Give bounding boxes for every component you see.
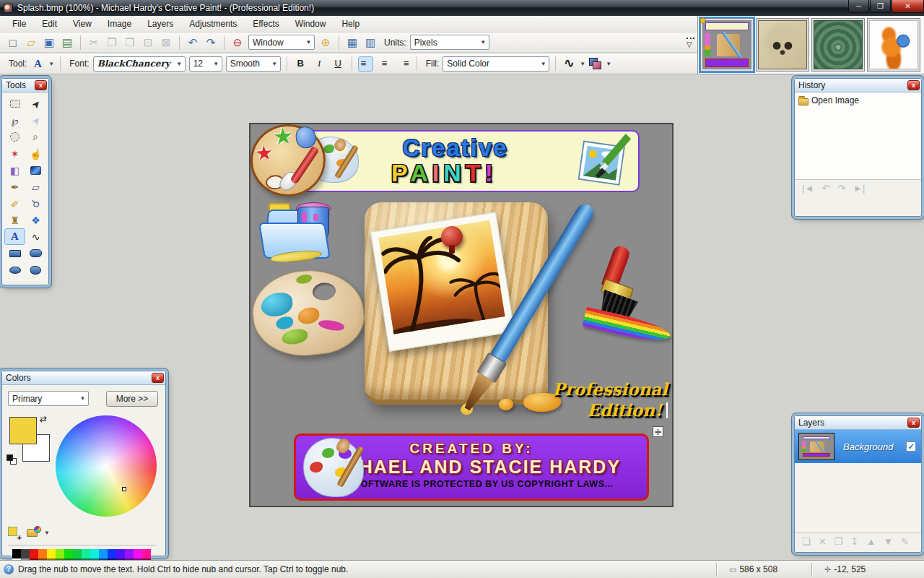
tool-line-curve-tool[interactable]: ∿	[25, 228, 46, 245]
fill-dropdown[interactable]: Solid Color ▼	[443, 56, 549, 72]
menu-adjustments[interactable]: Adjustments	[181, 17, 245, 31]
color-swatch[interactable]	[73, 549, 82, 558]
document-thumbnail-splash[interactable]: ★	[700, 18, 754, 72]
current-tool-icon[interactable]: A	[30, 56, 45, 71]
tool-ellipse-shape[interactable]	[4, 262, 25, 278]
creative-title[interactable]: Creative	[294, 134, 616, 162]
tool-lasso-select[interactable]: ℘	[4, 112, 25, 129]
undo-icon[interactable]: ↶	[186, 35, 200, 50]
delete-layer-icon[interactable]: ✕	[819, 536, 827, 547]
italic-button[interactable]: I	[312, 56, 327, 72]
menu-file[interactable]: File	[4, 17, 34, 31]
move-layer-down-icon[interactable]: ▼	[884, 536, 893, 547]
layer-row-background[interactable]: Background ✓	[795, 430, 921, 463]
color-swatch[interactable]	[47, 549, 56, 558]
align-right-button[interactable]: ≡	[396, 56, 411, 72]
colors-palette-title[interactable]: Colors x	[2, 371, 165, 385]
tool-eyedropper-tool[interactable]: ⚲	[25, 195, 46, 212]
tool-pan-tool[interactable]: ☝	[25, 145, 46, 162]
bold-button[interactable]: B	[293, 56, 308, 72]
history-item[interactable]: Open Image	[798, 94, 918, 107]
menu-image[interactable]: Image	[100, 17, 139, 31]
color-swatch[interactable]	[90, 549, 99, 558]
history-last-icon[interactable]: ►|	[853, 183, 865, 194]
print-icon[interactable]: ▤	[60, 35, 74, 50]
move-layer-up-icon[interactable]: ▲	[866, 536, 876, 547]
menu-effects[interactable]: Effects	[245, 17, 287, 31]
curve-style-icon[interactable]: ∿	[562, 56, 576, 71]
tool-text-tool[interactable]: A	[4, 228, 25, 245]
menu-window[interactable]: Window	[287, 17, 334, 31]
default-colors-icon[interactable]	[6, 454, 18, 466]
duplicate-layer-icon[interactable]: ❐	[834, 536, 843, 547]
paint-title[interactable]: PAINT!	[294, 159, 595, 187]
tool-eraser-tool[interactable]: ▱	[25, 178, 46, 195]
document-thumbnail-fox[interactable]	[867, 18, 920, 72]
close-icon[interactable]: x	[907, 418, 920, 428]
tool-brush-tool[interactable]: ✒	[4, 178, 25, 195]
edition-text[interactable]: Professional Edition!	[546, 379, 668, 420]
merge-layer-down-icon[interactable]: ↧	[850, 536, 858, 547]
layer-properties-icon[interactable]: ✎	[901, 536, 909, 547]
copy-icon[interactable]: ❐	[105, 35, 119, 50]
tool-ellipse-select[interactable]	[4, 129, 25, 145]
close-icon[interactable]: x	[907, 80, 920, 90]
cut-icon[interactable]: ✂	[87, 35, 101, 50]
tool-rounded-rectangle-shape[interactable]	[25, 245, 46, 262]
color-swatch[interactable]	[108, 549, 116, 558]
tool-stamp-tool[interactable]: ♜	[4, 212, 25, 228]
tool-move-tool[interactable]: ➤	[25, 95, 46, 112]
align-center-button[interactable]: ≡	[377, 56, 392, 72]
crop-icon[interactable]: ⊡	[141, 35, 155, 50]
chevron-down-icon[interactable]: ▼	[606, 61, 611, 67]
layers-palette-title[interactable]: Layers x	[795, 416, 921, 430]
history-first-icon[interactable]: |◄	[802, 183, 814, 194]
tool-color-replace-tool[interactable]: ❖	[25, 212, 46, 228]
zoom-mode-dropdown[interactable]: Window ▼	[248, 35, 315, 50]
primary-color-swatch[interactable]	[9, 417, 37, 444]
close-icon[interactable]: x	[35, 80, 47, 90]
history-undo-icon[interactable]: ↶	[821, 183, 829, 194]
tools-palette-title[interactable]: Tools x	[2, 79, 48, 92]
font-dropdown[interactable]: BlackChancery ▼	[93, 56, 186, 72]
zoom-out-icon[interactable]: ⊖	[230, 35, 245, 50]
more-button[interactable]: More >>	[106, 391, 158, 407]
color-swatch[interactable]	[116, 549, 125, 558]
history-palette-title[interactable]: History x	[795, 79, 921, 92]
add-layer-icon[interactable]: ❏	[802, 536, 811, 547]
color-wheel-marker[interactable]	[122, 487, 126, 491]
chevron-down-icon[interactable]: ▼	[44, 530, 50, 536]
color-swatch[interactable]	[134, 549, 142, 558]
close-icon[interactable]: x	[152, 373, 164, 383]
tool-freeform-shape[interactable]	[25, 262, 46, 278]
ruler-icon[interactable]: ▥	[363, 35, 378, 50]
color-mode-dropdown[interactable]: Primary ▼	[8, 391, 89, 406]
color-swatch[interactable]	[56, 549, 64, 558]
text-move-nub[interactable]: ✛	[653, 426, 663, 437]
tool-magic-wand[interactable]: ✶	[4, 145, 25, 162]
color-swatch[interactable]	[21, 549, 30, 558]
color-swatch[interactable]	[64, 549, 73, 558]
fill-color-icon[interactable]	[589, 58, 602, 69]
chevron-down-icon[interactable]: ▼	[48, 61, 54, 67]
minimize-button[interactable]: ─	[848, 0, 869, 13]
color-swatch[interactable]	[38, 549, 47, 558]
menu-layers[interactable]: Layers	[139, 17, 181, 31]
save-icon[interactable]: ▣	[42, 35, 56, 50]
document-thumbnail-skull[interactable]	[756, 18, 809, 72]
color-swatch[interactable]	[12, 549, 21, 558]
swap-colors-icon[interactable]: ⇄	[40, 414, 47, 424]
align-left-button[interactable]: ≡	[358, 56, 373, 72]
history-redo-icon[interactable]: ↷	[837, 183, 845, 194]
deselect-icon[interactable]: ⊠	[159, 35, 173, 50]
color-swatch[interactable]	[82, 549, 90, 558]
chevron-down-icon[interactable]: ▼	[580, 61, 585, 67]
close-button[interactable]: ✕	[892, 0, 924, 13]
zoom-in-icon[interactable]: ⊕	[318, 35, 333, 50]
tool-zoom-tool[interactable]: ⌕	[25, 129, 46, 145]
color-swatch[interactable]	[125, 549, 134, 558]
toolbar-overflow-icon[interactable]: ▽	[687, 38, 696, 48]
layer-visibility-checkbox[interactable]: ✓	[906, 441, 916, 452]
units-dropdown[interactable]: Pixels ▼	[410, 35, 489, 50]
color-swatch[interactable]	[99, 549, 108, 558]
